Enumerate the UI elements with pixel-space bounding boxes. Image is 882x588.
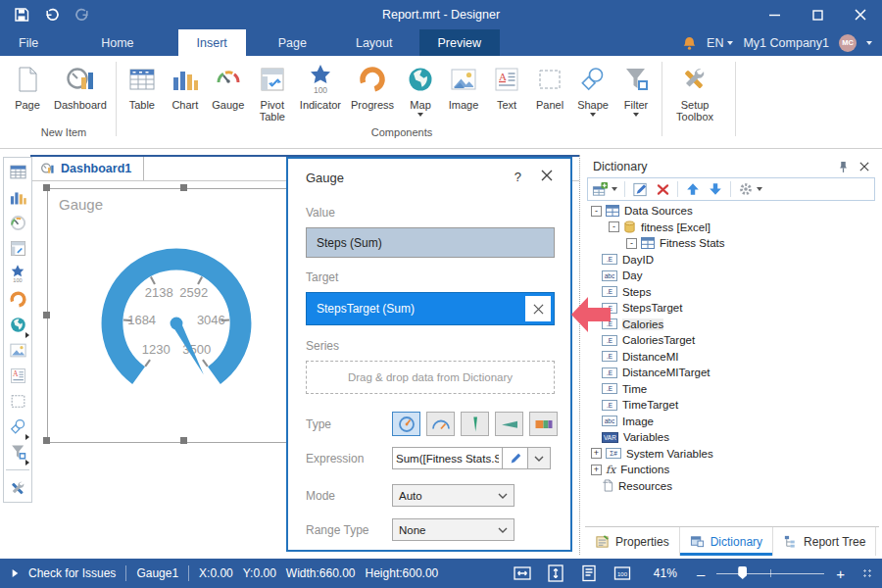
resize-grip[interactable] [862,568,872,578]
panel-splitter[interactable] [579,155,580,555]
mode-select[interactable]: Auto [392,484,514,507]
selection-handle[interactable] [43,312,50,318]
delete-button[interactable] [656,182,670,197]
type-half-circular-button[interactable] [426,412,455,436]
tree-item-timetarget[interactable]: .ETimeTarget [587,397,875,414]
toolbox-shape-icon[interactable] [8,416,27,436]
ribbon-button-map[interactable]: Map [399,60,442,120]
tree-item-day[interactable]: abcDay [587,268,875,284]
run-check-icon[interactable] [13,569,19,577]
type-linear-horizontal-button[interactable] [495,412,523,436]
settings-gear-icon[interactable] [738,181,762,197]
shape-dropdown-icon[interactable] [590,113,596,117]
toolbox-progress-icon[interactable] [8,289,27,309]
tree-item-calories[interactable]: .ECalories [587,317,875,333]
toolbox-map-icon[interactable] [8,315,27,334]
edit-button[interactable] [632,181,649,198]
ribbon-button-gauge[interactable]: Gauge [207,60,250,114]
tree-item-fitness-excel[interactable]: -fitness [Excel] [587,220,875,236]
toolbox-chart-icon[interactable] [8,187,27,207]
ribbon-button-panel[interactable]: Panel [528,60,571,114]
clear-target-button[interactable] [525,296,551,321]
redo-icon[interactable] [74,7,90,23]
tree-item-functions[interactable]: +fxFunctions [587,462,875,478]
tab-preview[interactable]: Preview [419,29,500,56]
save-icon[interactable] [14,7,29,23]
language-selector[interactable]: EN [707,36,733,50]
ribbon-button-pivot-table[interactable]: Pivot Table [250,60,295,125]
selection-handle[interactable] [43,437,50,444]
tab-page[interactable]: Page [260,29,325,56]
document-tab-dashboard1[interactable]: Dashboard1 [32,157,144,180]
tab-properties[interactable]: Properties [585,527,680,556]
tree-item-variables[interactable]: VARVariables [587,429,875,446]
move-up-button[interactable] [685,181,701,197]
toolbox-table-icon[interactable] [8,162,27,181]
ribbon-button-shape[interactable]: Shape [571,60,614,120]
tree-item-data-sources[interactable]: -Data Sources [587,203,875,220]
tree-item-resources[interactable]: Resources [587,478,875,495]
tab-file[interactable]: File [0,29,57,56]
tree-item-steps[interactable]: .ESteps [587,284,875,301]
fit-page-width-icon[interactable] [513,564,532,583]
tab-insert[interactable]: Insert [178,29,246,56]
avatar[interactable]: MC [839,34,857,52]
move-down-button[interactable] [708,181,723,197]
expand-toggle[interactable]: + [591,465,602,475]
selection-handle[interactable] [43,184,50,191]
ribbon-button-filter[interactable]: Filter [614,60,658,120]
toolbox-pivot-table-icon[interactable] [8,238,27,258]
tree-item-distancemi[interactable]: .EDistanceMI [587,349,875,366]
ribbon-button-setup-toolbox[interactable]: Setup Toolbox [666,60,723,125]
map-dropdown-icon[interactable] [417,113,423,117]
ribbon-button-image[interactable]: Image [442,60,485,114]
ribbon-button-text[interactable]: A Text [485,60,528,114]
account-chevron-down-icon[interactable] [866,41,872,45]
type-linear-vertical-button[interactable] [461,412,489,436]
toolbox-indicator-icon[interactable]: 100 [8,264,27,283]
zoom-out-button[interactable]: – [693,565,709,582]
tree-item-dayid[interactable]: .EDayID [587,252,875,269]
expression-dropdown-button[interactable] [528,447,551,469]
ribbon-button-chart[interactable]: Chart [164,60,207,114]
zoom-in-button[interactable]: + [832,565,849,582]
zoom-slider[interactable] [716,566,824,580]
toolbox-panel-icon[interactable] [8,391,27,411]
tree-item-caloriestarget[interactable]: .ECaloriesTarget [587,332,875,349]
minimize-button[interactable] [753,0,796,29]
toolbox-text-icon[interactable]: A [8,366,27,385]
value-field[interactable]: Steps (Sum) [306,227,555,258]
type-bullet-button[interactable] [529,412,558,436]
tree-item-time[interactable]: .ETime [587,381,875,398]
expand-toggle[interactable]: - [591,206,602,217]
selection-handle[interactable] [180,184,187,191]
tree-item-fitness-stats[interactable]: -Fitness Stats [587,235,875,252]
tree-item-stepstarget[interactable]: .EStepsTarget [587,300,875,317]
range-type-select[interactable]: None [392,518,514,541]
filter-dropdown-icon[interactable] [633,113,639,117]
help-button[interactable]: ? [514,170,521,184]
ribbon-button-dashboard[interactable]: Dashboard [49,60,112,114]
target-field[interactable]: StepsTarget (Sum) [306,292,555,325]
zoom-100-icon[interactable]: 100 [612,564,632,583]
tab-dictionary[interactable]: Dictionary [680,527,773,556]
tab-layout[interactable]: Layout [337,29,412,56]
new-item-button[interactable] [592,181,617,198]
tab-report-tree[interactable]: Report Tree [773,527,876,556]
zoom-slider-thumb[interactable] [738,566,747,579]
account-name[interactable]: My1 Company1 [743,36,829,50]
undo-icon[interactable] [44,7,60,23]
selected-component-name[interactable]: Gauge1 [136,566,178,580]
expand-toggle[interactable]: - [626,238,637,249]
toolbox-setup-icon[interactable] [8,478,27,498]
type-full-circular-button[interactable] [392,412,420,436]
ribbon-button-progress[interactable]: Progress [346,60,399,114]
ribbon-button-page[interactable]: Page [6,60,49,114]
check-for-issues[interactable]: Check for Issues [28,566,116,580]
expression-input[interactable] [392,447,503,469]
toolbox-filter-icon[interactable] [8,442,27,462]
maximize-button[interactable] [796,0,839,29]
notification-bell-icon[interactable] [682,35,697,51]
toolbox-gauge-icon[interactable] [8,213,27,232]
dialog-close-button[interactable] [541,170,553,181]
